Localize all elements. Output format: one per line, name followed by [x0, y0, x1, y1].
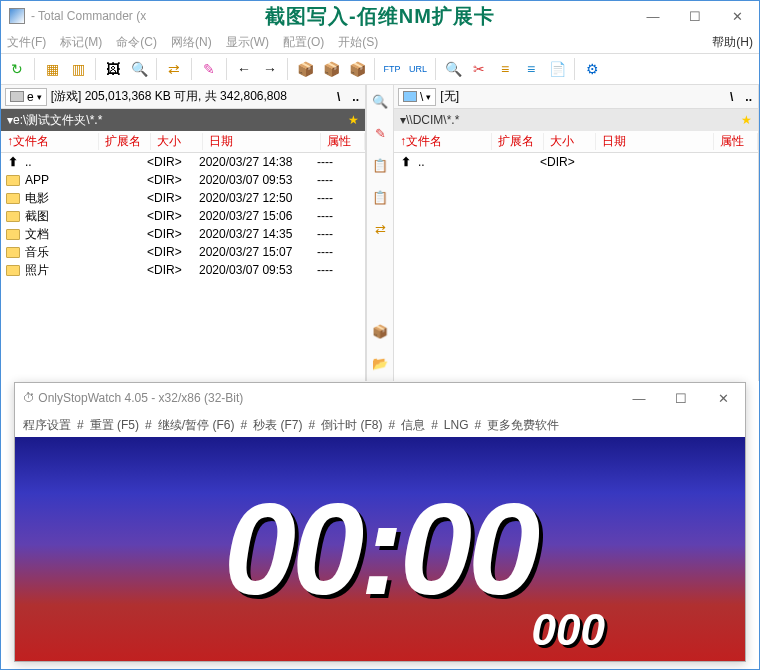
- mid-newfolder-icon[interactable]: 📂: [370, 353, 390, 373]
- menu-net[interactable]: 网络(N): [171, 34, 212, 51]
- file-row[interactable]: ⬆..<DIR>: [394, 153, 758, 171]
- onlystopwatch-window[interactable]: ⏱ OnlyStopWatch 4.05 - x32/x86 (32-Bit) …: [14, 382, 746, 662]
- unpack-icon[interactable]: 📦: [319, 57, 343, 81]
- mid-copy-icon[interactable]: 📋: [370, 155, 390, 175]
- osw-menu-pause[interactable]: 继续/暂停 (F6): [158, 417, 235, 434]
- osw-menu-reset[interactable]: 重置 (F5): [90, 417, 139, 434]
- middle-toolbar: 🔍 ✎ 📋 📋 ⇄ 📦 📂: [366, 85, 394, 381]
- right-path[interactable]: ▾\\DCIM\*.* ★: [394, 109, 758, 131]
- view-thumb-icon[interactable]: 🖼: [101, 57, 125, 81]
- osw-window-controls: ― ☐ ✕: [625, 388, 737, 408]
- osw-menu-settings[interactable]: 程序设置: [23, 417, 71, 434]
- osw-menubar: 程序设置 # 重置 (F5) # 继续/暂停 (F6) # 秒表 (F7) # …: [15, 413, 745, 437]
- edit-icon[interactable]: ✎: [197, 57, 221, 81]
- osw-menu-countdown[interactable]: 倒计时 (F8): [321, 417, 382, 434]
- refresh-icon[interactable]: ↻: [5, 57, 29, 81]
- notepad-icon[interactable]: 📄: [545, 57, 569, 81]
- left-file-list[interactable]: ⬆..<DIR>2020/03/27 14:38----APP<DIR>2020…: [1, 153, 365, 381]
- maximize-button[interactable]: ☐: [667, 388, 695, 408]
- back-icon[interactable]: ←: [232, 57, 256, 81]
- left-path[interactable]: ▾e:\测试文件夹\*.* ★: [1, 109, 365, 131]
- file-row[interactable]: APP<DIR>2020/03/07 09:53----: [1, 171, 365, 189]
- minimize-button[interactable]: ―: [625, 388, 653, 408]
- pack-icon[interactable]: 📦: [293, 57, 317, 81]
- osw-menu-info[interactable]: 信息: [401, 417, 425, 434]
- col-date[interactable]: 日期: [596, 133, 714, 150]
- osw-time: 00:00: [224, 484, 537, 614]
- col-ext[interactable]: 扩展名: [99, 133, 151, 150]
- view-brief-icon[interactable]: ▦: [40, 57, 64, 81]
- right-file-list[interactable]: ⬆..<DIR>: [394, 153, 758, 381]
- col-name[interactable]: ↑文件名: [1, 133, 99, 150]
- swap-icon[interactable]: ⇄: [162, 57, 186, 81]
- mid-view-icon[interactable]: 🔍: [370, 91, 390, 111]
- col-size[interactable]: 大小: [544, 133, 596, 150]
- forward-icon[interactable]: →: [258, 57, 282, 81]
- cell-date: 2020/03/27 12:50: [199, 191, 317, 205]
- menu-config[interactable]: 配置(O): [283, 34, 324, 51]
- favorite-icon[interactable]: ★: [348, 113, 359, 127]
- cell-attr: ----: [317, 245, 361, 259]
- cell-date: 2020/03/27 14:35: [199, 227, 317, 241]
- col-attr[interactable]: 属性: [714, 133, 758, 150]
- tree-icon[interactable]: 🔍: [127, 57, 151, 81]
- folder-icon: [6, 211, 20, 222]
- col-date[interactable]: 日期: [203, 133, 321, 150]
- left-up-button[interactable]: ..: [346, 90, 365, 104]
- file-row[interactable]: ⬆..<DIR>2020/03/27 14:38----: [1, 153, 365, 171]
- osw-milliseconds: 000: [532, 605, 605, 655]
- cell-size: <DIR>: [147, 209, 199, 223]
- osw-menu-more[interactable]: 更多免费软件: [487, 417, 559, 434]
- menu-help[interactable]: 帮助(H): [712, 34, 753, 51]
- left-drive-selector[interactable]: e ▾: [5, 88, 47, 106]
- right-up-button[interactable]: ..: [739, 90, 758, 104]
- compare-icon[interactable]: ≡: [519, 57, 543, 81]
- left-drive-letter: e: [27, 90, 34, 104]
- ftp-icon[interactable]: FTP: [380, 57, 404, 81]
- osw-menu-stopwatch[interactable]: 秒表 (F7): [253, 417, 302, 434]
- mid-pack-icon[interactable]: 📦: [370, 321, 390, 341]
- col-ext[interactable]: 扩展名: [492, 133, 544, 150]
- rename-icon[interactable]: ✂: [467, 57, 491, 81]
- menu-mark[interactable]: 标记(M): [60, 34, 102, 51]
- test-archive-icon[interactable]: 📦: [345, 57, 369, 81]
- col-attr[interactable]: 属性: [321, 133, 365, 150]
- file-row[interactable]: 电影<DIR>2020/03/27 12:50----: [1, 189, 365, 207]
- maximize-button[interactable]: ☐: [681, 6, 709, 26]
- col-name[interactable]: ↑文件名: [394, 133, 492, 150]
- osw-title-text: OnlyStopWatch 4.05 - x32/x86 (32-Bit): [38, 391, 243, 405]
- close-button[interactable]: ✕: [709, 388, 737, 408]
- right-drive-info: [无]: [440, 88, 724, 105]
- file-row[interactable]: 音乐<DIR>2020/03/27 15:07----: [1, 243, 365, 261]
- file-row[interactable]: 文档<DIR>2020/03/27 14:35----: [1, 225, 365, 243]
- chevron-down-icon: ▾: [37, 92, 42, 102]
- mid-swap-icon[interactable]: ⇄: [370, 219, 390, 239]
- url-icon[interactable]: URL: [406, 57, 430, 81]
- view-full-icon[interactable]: ▥: [66, 57, 90, 81]
- osw-titlebar[interactable]: ⏱ OnlyStopWatch 4.05 - x32/x86 (32-Bit) …: [15, 383, 745, 413]
- file-row[interactable]: 截图<DIR>2020/03/27 15:06----: [1, 207, 365, 225]
- favorite-icon[interactable]: ★: [741, 113, 752, 127]
- left-root-button[interactable]: \: [331, 90, 346, 104]
- titlebar[interactable]: - Total Commander (x 截图写入-佰维NM扩展卡 ― ☐ ✕: [1, 1, 759, 31]
- minimize-button[interactable]: ―: [639, 6, 667, 26]
- menu-start[interactable]: 开始(S): [338, 34, 378, 51]
- right-root-button[interactable]: \: [724, 90, 739, 104]
- right-drive-selector[interactable]: \ ▾: [398, 88, 436, 106]
- mid-move-icon[interactable]: 📋: [370, 187, 390, 207]
- menu-file[interactable]: 文件(F): [7, 34, 46, 51]
- close-button[interactable]: ✕: [723, 6, 751, 26]
- settings-icon[interactable]: ⚙: [580, 57, 604, 81]
- search-icon[interactable]: 🔍: [441, 57, 465, 81]
- file-row[interactable]: 照片<DIR>2020/03/07 09:53----: [1, 261, 365, 279]
- cell-size: <DIR>: [147, 173, 199, 187]
- menu-command[interactable]: 命令(C): [116, 34, 157, 51]
- sync-icon[interactable]: ≡: [493, 57, 517, 81]
- mid-edit-icon[interactable]: ✎: [370, 123, 390, 143]
- cell-size: <DIR>: [540, 155, 592, 169]
- cell-name: 照片: [25, 262, 95, 279]
- cell-attr: ----: [317, 155, 361, 169]
- col-size[interactable]: 大小: [151, 133, 203, 150]
- menu-show[interactable]: 显示(W): [226, 34, 269, 51]
- osw-menu-lng[interactable]: LNG: [444, 418, 469, 432]
